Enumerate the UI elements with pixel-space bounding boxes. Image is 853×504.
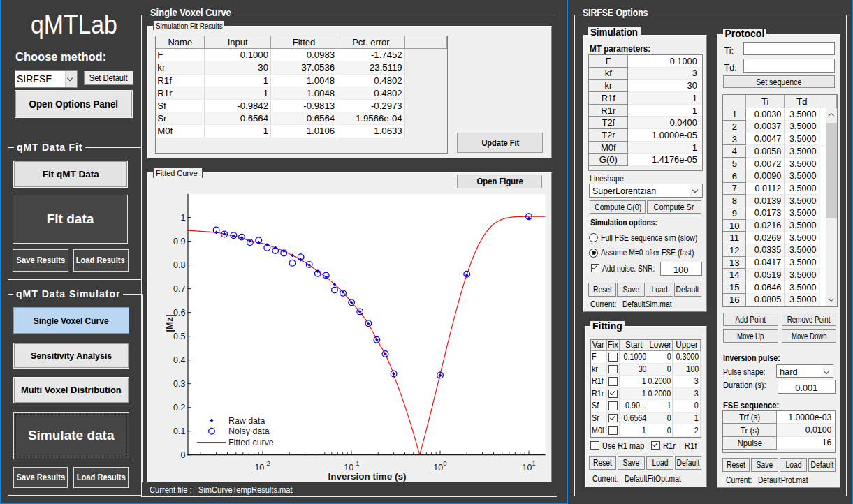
svg-text:0.7: 0.7 [173,284,185,294]
svg-text:0.8: 0.8 [173,260,185,270]
svg-text:-2: -2 [264,459,270,467]
svg-text:0.9: 0.9 [173,237,185,246]
svg-text:Raw data: Raw data [228,416,265,426]
svg-text:0.5: 0.5 [173,332,185,341]
svg-text:10: 10 [433,463,443,473]
svg-text:Inversion time (s): Inversion time (s) [328,471,406,482]
svg-text:10: 10 [522,463,532,473]
svg-text:0.1: 0.1 [173,427,185,436]
svg-text:0: 0 [180,450,185,460]
svg-text:Noisy data: Noisy data [228,427,270,436]
svg-text:0: 0 [443,459,446,467]
svg-text:|Mz|: |Mz| [163,314,174,332]
svg-text:1: 1 [180,213,185,223]
svg-text:0.4: 0.4 [173,355,185,365]
svg-text:0.6: 0.6 [173,308,185,318]
svg-text:10: 10 [254,463,264,473]
svg-text:0.2: 0.2 [173,403,185,413]
svg-text:Fitted curve: Fitted curve [228,438,274,447]
svg-text:0.3: 0.3 [173,379,185,389]
svg-text:-1: -1 [353,459,359,467]
svg-text:1: 1 [532,459,535,467]
